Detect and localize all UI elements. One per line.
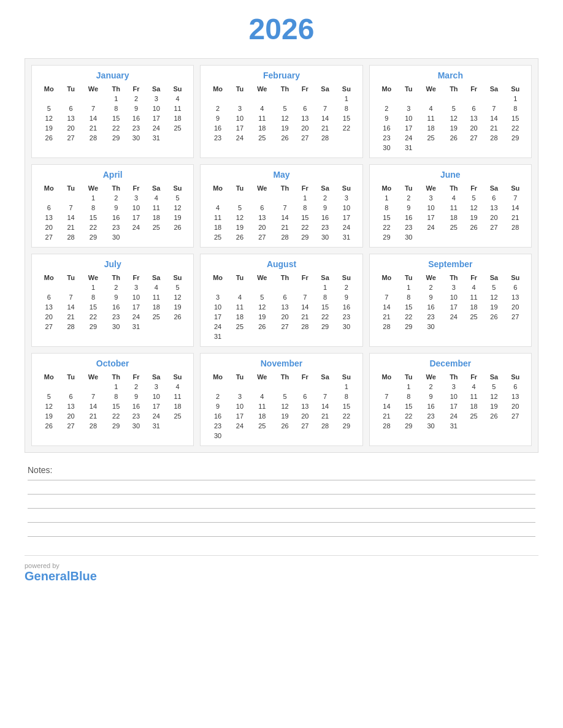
day-cell: 2: [315, 193, 335, 203]
day-cell: 30: [399, 232, 418, 242]
month-title-october: October: [37, 358, 188, 368]
week-row: 23242526272829: [205, 421, 357, 431]
day-cell: 1: [105, 94, 126, 104]
day-cell: 23: [335, 312, 358, 322]
day-cell: 20: [37, 222, 61, 232]
week-row: 16171819202122: [205, 123, 357, 133]
week-row: 2345678: [205, 104, 357, 113]
day-cell: [483, 143, 504, 153]
day-cell: 4: [418, 104, 443, 113]
day-cell: 16: [105, 213, 126, 222]
day-cell: 16: [205, 123, 229, 133]
week-row: 891011121314: [375, 203, 526, 213]
day-cell: 2: [126, 382, 145, 392]
day-cell: 11: [167, 392, 189, 401]
day-header-th: Th: [105, 372, 126, 382]
day-cell: 19: [274, 123, 295, 133]
day-cell: 9: [126, 392, 145, 401]
day-cell: [464, 94, 483, 104]
day-cell: 22: [315, 312, 335, 322]
day-cell: 11: [167, 104, 189, 113]
day-cell: 5: [250, 292, 274, 302]
day-cell: 6: [504, 382, 526, 392]
day-header-mo: Mo: [205, 372, 229, 382]
week-row: 1: [375, 94, 526, 104]
day-cell: 14: [504, 203, 526, 213]
notes-line-3: [28, 508, 535, 509]
day-cell: 5: [274, 392, 295, 401]
day-cell: 29: [504, 133, 526, 143]
day-header-th: Th: [274, 183, 295, 193]
day-cell: [274, 282, 295, 292]
day-cell: 23: [205, 133, 229, 143]
day-cell: [37, 193, 61, 203]
day-cell: 15: [335, 401, 358, 411]
day-header-fr: Fr: [296, 183, 315, 193]
month-table-april: MoTuWeThFrSaSu12345678910111213141516171…: [37, 183, 188, 242]
day-header-we: We: [418, 183, 443, 193]
day-cell: [504, 421, 526, 431]
month-table-january: MoTuWeThFrSaSu12345678910111213141516171…: [37, 84, 188, 143]
day-cell: 17: [335, 213, 358, 222]
day-header-sa: Sa: [315, 372, 335, 382]
week-row: 6789101112: [37, 292, 188, 302]
day-cell: 25: [205, 232, 229, 242]
day-cell: 28: [504, 222, 526, 232]
day-cell: 3: [126, 282, 145, 292]
day-cell: 25: [230, 322, 250, 332]
day-cell: 21: [375, 312, 399, 322]
day-cell: 27: [296, 133, 315, 143]
day-header-tu: Tu: [61, 372, 80, 382]
day-cell: 8: [105, 392, 126, 401]
notes-line-4: [28, 522, 535, 523]
day-cell: 21: [61, 312, 80, 322]
day-header-fr: Fr: [126, 84, 145, 94]
day-cell: 11: [205, 213, 229, 222]
day-cell: [230, 193, 250, 203]
day-header-th: Th: [105, 273, 126, 282]
day-cell: 6: [296, 104, 315, 113]
day-cell: 3: [146, 94, 167, 104]
day-cell: 5: [230, 203, 250, 213]
day-cell: [443, 232, 464, 242]
day-cell: [315, 94, 335, 104]
day-cell: 3: [418, 193, 443, 203]
day-cell: 24: [443, 312, 464, 322]
day-cell: [274, 332, 295, 341]
day-cell: 24: [126, 312, 145, 322]
day-cell: 15: [105, 401, 126, 411]
day-cell: 9: [105, 203, 126, 213]
day-cell: 25: [443, 222, 464, 232]
day-cell: [167, 421, 189, 431]
day-cell: [37, 282, 61, 292]
month-title-july: July: [37, 259, 188, 269]
week-row: 2728293031: [37, 322, 188, 332]
day-cell: 12: [167, 292, 189, 302]
month-table-september: MoTuWeThFrSaSu12345678910111213141516171…: [375, 273, 526, 332]
day-cell: [418, 232, 443, 242]
day-cell: [504, 322, 526, 332]
day-cell: 24: [418, 222, 443, 232]
day-cell: 2: [375, 104, 399, 113]
day-cell: [296, 94, 315, 104]
day-cell: [335, 431, 358, 441]
day-cell: 14: [61, 213, 80, 222]
month-block-march: MarchMoTuWeThFrSaSu123456789101112131415…: [369, 65, 532, 158]
week-row: 18192021222324: [205, 222, 357, 232]
day-header-sa: Sa: [146, 183, 167, 193]
day-header-mo: Mo: [375, 183, 399, 193]
day-cell: 8: [296, 203, 315, 213]
day-cell: 12: [37, 401, 61, 411]
day-header-sa: Sa: [483, 183, 504, 193]
day-cell: 14: [315, 113, 335, 123]
day-cell: 17: [230, 123, 250, 133]
day-cell: 17: [443, 401, 464, 411]
day-header-mo: Mo: [37, 372, 61, 382]
day-header-sa: Sa: [315, 84, 335, 94]
day-cell: 7: [504, 193, 526, 203]
day-cell: 20: [504, 302, 526, 312]
day-cell: [464, 143, 483, 153]
day-cell: 10: [399, 113, 418, 123]
day-header-th: Th: [443, 273, 464, 282]
day-header-mo: Mo: [375, 372, 399, 382]
